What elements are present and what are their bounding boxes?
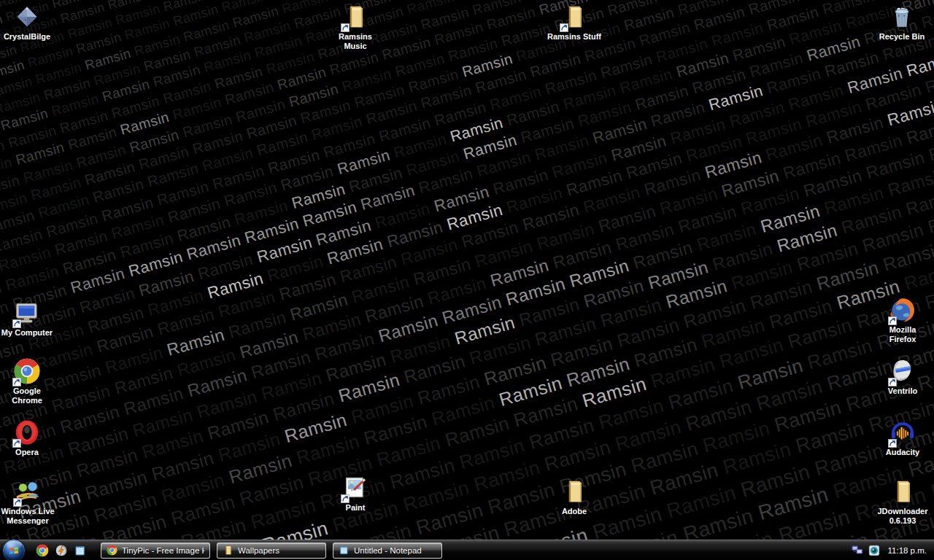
folder-icon <box>560 478 588 505</box>
desktop-icon-recycle-bin[interactable]: Recycle Bin <box>869 3 934 42</box>
desktop-icon-label-line: Adobe <box>541 507 607 516</box>
tray-network-icon[interactable] <box>851 544 864 557</box>
winamp-icon <box>55 544 68 557</box>
chrome-icon <box>107 545 117 556</box>
shortcut-arrow-glyph <box>888 439 897 448</box>
desktop-icon-label: Ventrilo <box>870 386 934 396</box>
desktop-icon-label-line: My Computer <box>0 328 60 338</box>
desktop-icon-label-line: Firefox <box>870 335 934 344</box>
desktop-icon-label-line: Messenger <box>0 516 61 526</box>
folder-icon <box>223 545 234 556</box>
desktop-icon-label-line: Recycle Bin <box>869 32 934 42</box>
shortcut-arrow-glyph <box>12 439 21 448</box>
quick-launch-winamp[interactable] <box>55 544 68 557</box>
task-button-label: Wallpapers <box>238 546 279 555</box>
shortcut-arrow-glyph <box>12 319 21 328</box>
desktop-icon-label: GoogleChrome <box>0 386 60 405</box>
desktop-icon-label: Windows LiveMessenger <box>0 507 61 526</box>
quick-launch-bar <box>36 544 87 557</box>
network-glyph <box>851 544 864 557</box>
desktop-icon-label: MozillaFirefox <box>870 325 934 344</box>
shortcut-arrow-icon <box>12 378 21 386</box>
windows-flag-icon <box>7 544 20 557</box>
task-button-2[interactable]: Untitled - Notepad <box>333 542 442 559</box>
start-button[interactable] <box>2 539 26 560</box>
desktop-icon-label-line: Ramsins <box>323 32 388 42</box>
tray-icons <box>851 544 881 557</box>
folder-icon <box>889 478 916 505</box>
shortcut-arrow-icon <box>560 23 568 32</box>
desktop-icon-my-computer[interactable]: My Computer <box>0 299 60 338</box>
shortcut-arrow-icon <box>888 439 897 448</box>
shortcut-arrow-glyph <box>888 316 897 325</box>
desktop-icon-label-line: JDownloader <box>870 507 934 516</box>
desktop-icon-mozilla-firefox[interactable]: MozillaFirefox <box>870 296 934 344</box>
desktop-icon-label-line: Google <box>0 386 60 396</box>
ventrilo-tray-glyph <box>868 544 881 557</box>
shortcut-arrow-icon <box>341 23 350 32</box>
desktop-icon-label-line: Paint <box>323 503 388 513</box>
clock[interactable]: 11:18 p.m. <box>888 546 927 555</box>
shortcut-arrow-glyph <box>13 498 22 507</box>
shortcut-arrow-icon <box>12 319 21 328</box>
shortcut-arrow-icon <box>888 378 897 386</box>
desktop-icon-label-line: Windows Live <box>0 507 61 516</box>
crystal-icon <box>13 3 41 31</box>
shortcut-arrow-glyph <box>560 23 568 32</box>
desktop-icon-google-chrome[interactable]: GoogleChrome <box>0 357 60 405</box>
screen: Ramsin Ramsin Ramsin Ramsin Ramsin Ramsi… <box>0 0 934 560</box>
notepad-icon <box>74 544 87 557</box>
shortcut-arrow-glyph <box>888 378 897 386</box>
desktop-icon-ramsins-music[interactable]: RamsinsMusic <box>323 3 388 51</box>
desktop-icon-label-line: 0.6.193 <box>870 516 934 526</box>
desktop-icon-label: Audacity <box>870 448 934 457</box>
desktop-root: { "wallpaper": { "word": "Ramsin", "back… <box>0 0 934 560</box>
desktop-icon-opera[interactable]: Opera <box>0 419 60 457</box>
desktop-icon-crystalbilge[interactable]: CrystalBilge <box>0 3 60 42</box>
desktop-icon-label: JDownloader0.6.193 <box>870 507 934 526</box>
shortcut-arrow-icon <box>888 316 897 325</box>
desktop-icon-label-line: CrystalBilge <box>0 32 60 42</box>
desktop-icon-label: Recycle Bin <box>869 32 934 42</box>
system-tray: 11:18 p.m. <box>851 544 934 557</box>
task-button-0[interactable]: TinyPic - Free Image H... <box>101 542 210 559</box>
desktop-icon-label-line: Ramsins Stuff <box>541 32 607 42</box>
desktop-icon-label-line: Opera <box>0 448 60 457</box>
shortcut-arrow-icon <box>13 498 22 507</box>
task-buttons: TinyPic - Free Image H...WallpapersUntit… <box>94 542 442 559</box>
notepad-icon <box>339 545 350 556</box>
task-button-1[interactable]: Wallpapers <box>217 542 326 559</box>
chrome-icon <box>36 544 49 557</box>
desktop-icon-windows-live-messenger[interactable]: Windows LiveMessenger <box>0 478 61 526</box>
shortcut-arrow-glyph <box>341 494 350 503</box>
shortcut-arrow-glyph <box>12 378 21 386</box>
desktop-icon-label-line: Ventrilo <box>870 386 934 396</box>
desktop-icon-label: My Computer <box>0 328 60 338</box>
desktop-icon-label: RamsinsMusic <box>323 32 388 51</box>
desktop-icon-label: CrystalBilge <box>0 32 60 42</box>
desktop-icon-ramsins-stuff[interactable]: Ramsins Stuff <box>541 3 607 42</box>
desktop-icon-adobe[interactable]: Adobe <box>541 478 607 516</box>
desktop-icon-label: Opera <box>0 448 60 457</box>
desktop-icon-label: Ramsins Stuff <box>541 32 607 42</box>
desktop-icon-paint[interactable]: Paint <box>323 474 388 513</box>
tray-ventrilo-tray-icon[interactable] <box>868 544 881 557</box>
task-button-label: TinyPic - Free Image H... <box>122 546 204 555</box>
desktop-icon-ventrilo[interactable]: Ventrilo <box>870 357 934 396</box>
quick-launch-chrome[interactable] <box>36 544 49 557</box>
quick-launch-notepad[interactable] <box>74 544 87 557</box>
desktop-icon-label-line: Mozilla <box>870 325 934 335</box>
desktop-icons-layer: CrystalBilgeRamsinsMusicRamsins StuffRec… <box>0 0 934 560</box>
task-button-label: Untitled - Notepad <box>354 546 422 555</box>
desktop-icon-label-line: Audacity <box>870 448 934 457</box>
shortcut-arrow-icon <box>341 494 350 503</box>
desktop-icon-label: Adobe <box>541 507 607 516</box>
desktop-icon-label-line: Chrome <box>0 396 60 405</box>
shortcut-arrow-glyph <box>341 23 350 32</box>
desktop-icon-audacity[interactable]: Audacity <box>870 419 934 457</box>
desktop-icon-jdownloader[interactable]: JDownloader0.6.193 <box>870 478 934 526</box>
desktop-icon-label: Paint <box>323 503 388 513</box>
desktop-icon-label-line: Music <box>323 42 388 51</box>
recycle-icon <box>888 3 916 31</box>
shortcut-arrow-icon <box>12 439 21 448</box>
